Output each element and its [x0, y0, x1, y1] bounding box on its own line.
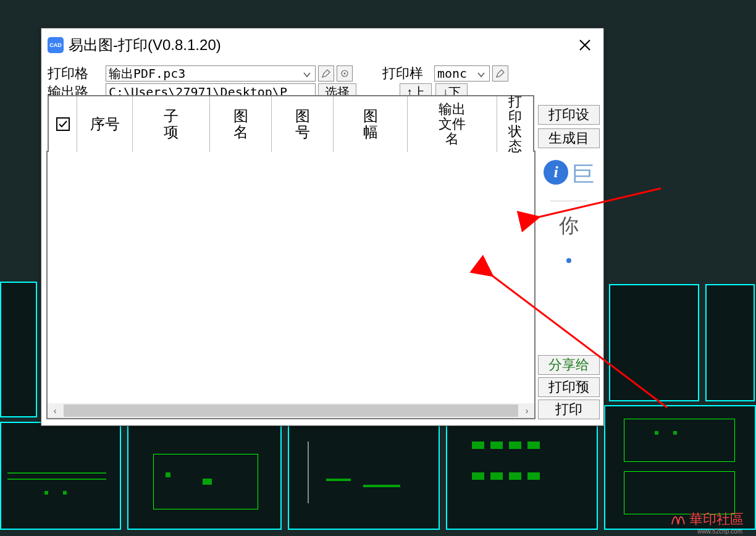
watermark-icon	[670, 511, 687, 528]
chevron-down-icon	[303, 66, 311, 81]
checkmark-icon	[57, 119, 69, 130]
drawing-table: 序号 子 项 图 名 图 号 图 幅 输出 文件 名 打 印 状 态 ‹ ›	[46, 151, 536, 419]
column-status[interactable]: 打 印 状 态	[497, 96, 533, 152]
close-button[interactable]	[573, 33, 597, 57]
target-icon	[340, 69, 350, 78]
print-button[interactable]: 打印	[538, 400, 600, 419]
print-dialog: CAD 易出图-打印(V0.8.1.20) 打印格 输出PDF.pc3 打印样	[41, 28, 604, 426]
column-size[interactable]: 图 幅	[334, 96, 408, 152]
share-button[interactable]: 分享给	[538, 355, 600, 375]
column-check[interactable]	[49, 96, 77, 152]
print-preview-button[interactable]: 打印预	[538, 377, 600, 397]
scroll-thumb[interactable]	[64, 404, 518, 417]
pencil-icon	[495, 69, 505, 78]
pencil-icon	[321, 69, 331, 78]
edit-style-button[interactable]	[492, 65, 508, 82]
print-format-label: 打印格	[48, 64, 103, 83]
column-seq[interactable]: 序号	[77, 96, 133, 152]
chevron-down-icon	[477, 66, 485, 81]
column-sub[interactable]: 子 项	[133, 96, 210, 152]
info-icon: i	[544, 160, 568, 185]
info-text-1: 巨	[572, 159, 594, 190]
horizontal-scrollbar[interactable]: ‹ ›	[48, 403, 534, 418]
status-dot	[566, 258, 571, 263]
edit-format-button[interactable]	[318, 65, 334, 82]
table-header: 序号 子 项 图 名 图 号 图 幅 输出 文件 名 打 印 状 态	[48, 95, 534, 152]
column-output[interactable]: 输出 文件 名	[408, 96, 497, 152]
close-icon	[579, 39, 591, 51]
scroll-right-button[interactable]: ›	[519, 403, 534, 418]
app-icon: CAD	[48, 37, 64, 53]
select-all-checkbox[interactable]	[56, 117, 70, 131]
scroll-left-button[interactable]: ‹	[48, 403, 62, 418]
print-style-select[interactable]: monc	[434, 65, 490, 82]
column-no[interactable]: 图 号	[272, 96, 334, 152]
info-text-2: 你	[559, 212, 579, 240]
print-settings-button[interactable]: 打印设	[538, 105, 600, 125]
svg-point-1	[344, 73, 346, 75]
info-panel: i 巨 你	[538, 152, 600, 351]
dialog-title: 易出图-打印(V0.8.1.20)	[69, 35, 573, 55]
generate-catalog-button[interactable]: 生成目	[538, 128, 600, 148]
print-format-select[interactable]: 输出PDF.pc3	[106, 65, 316, 82]
title-bar: CAD 易出图-打印(V0.8.1.20)	[41, 28, 603, 62]
column-name[interactable]: 图 名	[210, 96, 272, 152]
watermark: 華印社區	[670, 510, 744, 529]
target-button[interactable]	[337, 65, 353, 82]
print-style-label: 打印样	[382, 64, 432, 83]
watermark-url: www.52cnp.com	[697, 528, 742, 535]
side-panel: 打印设 生成目 i 巨 你 分享给 打印预 打印	[538, 105, 600, 419]
